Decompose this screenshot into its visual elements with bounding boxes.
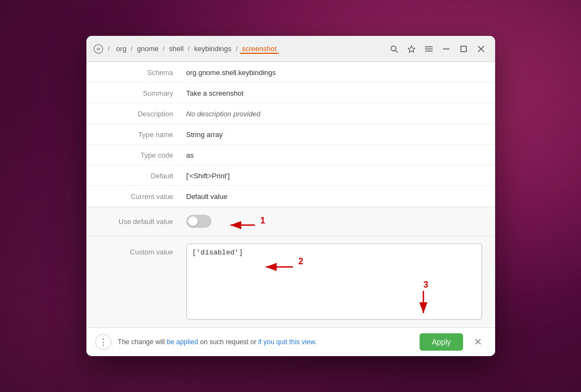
breadcrumb-gnome[interactable]: gnome [135,43,161,54]
typename-label: Type name [99,129,186,139]
bookmark-button[interactable] [404,41,419,57]
search-button[interactable] [386,41,402,57]
titlebar-actions [386,41,489,57]
description-row: Description No description provided [86,103,495,124]
sep1: / [131,45,133,53]
default-row: Default ['<Shift>Print'] [86,165,495,186]
breadcrumb-screenshot[interactable]: screenshot [240,43,279,54]
dismiss-button[interactable]: ✕ [470,334,486,350]
current-value: Default value [186,191,482,201]
main-window: / org / gnome / shell / keybindings / sc… [86,36,495,356]
use-default-row: Use default value [86,207,495,236]
custom-value-textarea[interactable]: ['disabled'] [186,244,482,320]
svg-marker-3 [408,46,415,52]
description-label: Description [99,109,186,118]
summary-row: Summary Take a screenshot [86,83,495,103]
bottom-bar: ⋮ The change will be applied on such req… [86,327,495,356]
status-highlight-applied: be applied [167,338,198,346]
typecode-row: Type code as [86,145,495,165]
summary-value: Take a screenshot [186,88,482,97]
use-default-toggle[interactable] [186,215,211,228]
status-message: The change will be applied on such reque… [118,338,414,346]
typecode-label: Type code [99,150,186,159]
current-row: Current value Default value [86,186,495,207]
use-default-label: Use default value [99,217,186,226]
more-options-button[interactable]: ⋮ [95,334,111,350]
toggle-thumb [188,216,198,226]
current-label: Current value [99,191,186,201]
schema-label: Schema [99,67,186,77]
app-icon [93,43,104,54]
breadcrumb-shell[interactable]: shell [167,43,186,54]
annotation-area: Use default value Custom value ['disable… [86,207,495,327]
summary-label: Summary [99,88,186,97]
custom-value-row: Custom value ['disabled'] [86,236,495,327]
typename-value: String array [186,129,482,139]
apply-button[interactable]: Apply [420,333,463,351]
minimize-button[interactable] [439,41,454,57]
menu-button[interactable] [421,41,436,57]
titlebar: / org / gnome / shell / keybindings / sc… [86,36,495,62]
status-highlight-if: if you quit this view [258,338,315,346]
info-table: Schema org.gnome.shell.keybindings Summa… [86,62,495,207]
typename-row: Type name String array [86,124,495,145]
breadcrumb-keybindings[interactable]: keybindings [192,43,234,54]
default-value: ['<Shift>Print'] [186,171,482,180]
breadcrumb-sep0: / [108,45,110,53]
description-value: No description provided [186,109,482,118]
schema-row: Schema org.gnome.shell.keybindings [86,62,495,83]
sep4: / [236,45,238,53]
sep2: / [163,45,165,53]
typecode-value: as [186,150,482,159]
svg-rect-8 [461,46,466,52]
toggle-track [186,215,211,228]
maximize-button[interactable] [456,41,471,57]
content-area: Schema org.gnome.shell.keybindings Summa… [86,62,495,327]
breadcrumb: org / gnome / shell / keybindings / scre… [114,43,382,54]
breadcrumb-org[interactable]: org [114,43,129,54]
svg-line-2 [395,50,397,52]
sep3: / [188,45,190,53]
schema-value: org.gnome.shell.keybindings [186,67,482,77]
close-button[interactable] [473,41,489,57]
default-label: Default [99,171,186,180]
custom-value-label: Custom value [99,244,186,256]
